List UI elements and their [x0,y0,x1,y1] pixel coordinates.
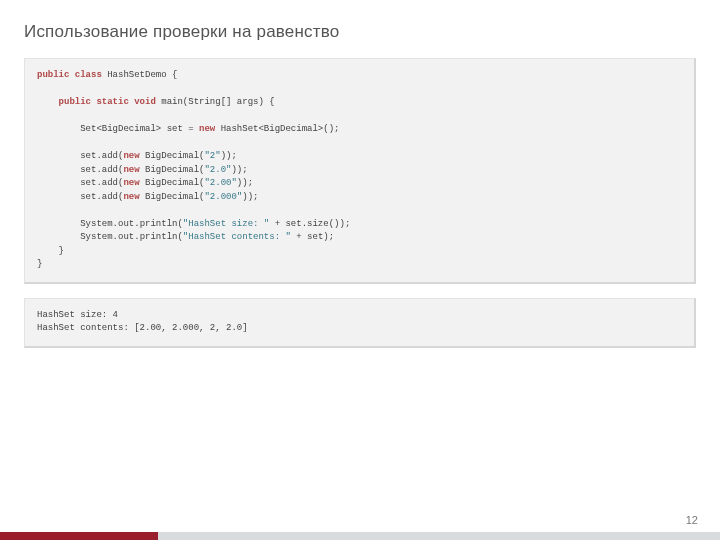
output-line: HashSet size: 4 [37,310,118,320]
code-kw: new [123,165,139,175]
code-kw: public static void [59,97,156,107]
code-string: "2" [204,151,220,161]
code-text: + set.size()); [269,219,350,229]
code-text: set.add( [80,192,123,202]
slide: Использование проверки на равенство publ… [0,0,720,540]
code-kw: new [123,178,139,188]
code-text: BigDecimal( [140,192,205,202]
code-text: set.add( [80,151,123,161]
code-text: } [37,246,64,256]
code-kw: new [123,151,139,161]
code-text: )); [242,192,258,202]
footer-accent [0,532,158,540]
code-text: )); [221,151,237,161]
code-indent [37,151,80,161]
code-text: System.out.println( [80,219,183,229]
code-text: BigDecimal( [140,165,205,175]
code-string: "2.0" [204,165,231,175]
code-text: main(String[] args) { [156,97,275,107]
code-text: BigDecimal( [140,178,205,188]
code-text: set.add( [80,178,123,188]
code-text: set.add( [80,165,123,175]
code-kw: public class [37,70,102,80]
code-text: HashSetDemo { [102,70,178,80]
code-indent [37,232,80,242]
code-text: BigDecimal( [140,151,205,161]
footer-fill [158,532,720,540]
code-indent [37,178,80,188]
code-text: Set<BigDecimal> set = [80,124,199,134]
code-text: } [37,259,42,269]
code-string: "2.00" [204,178,236,188]
slide-title: Использование проверки на равенство [24,22,696,42]
code-text: )); [231,165,247,175]
code-kw: new [123,192,139,202]
code-indent [37,192,80,202]
code-string: "2.000" [204,192,242,202]
code-text: System.out.println( [80,232,183,242]
code-text: HashSet<BigDecimal>(); [215,124,339,134]
page-number: 12 [686,514,698,526]
code-text: + set); [291,232,334,242]
code-block: public class HashSetDemo { public static… [24,58,696,284]
code-kw: new [199,124,215,134]
output-line: HashSet contents: [2.00, 2.000, 2, 2.0] [37,323,248,333]
code-string: "HashSet contents: " [183,232,291,242]
code-indent [37,97,59,107]
code-string: "HashSet size: " [183,219,269,229]
output-block: HashSet size: 4 HashSet contents: [2.00,… [24,298,696,348]
code-indent [37,124,80,134]
code-indent [37,219,80,229]
footer-bar [0,532,720,540]
code-indent [37,165,80,175]
code-text: )); [237,178,253,188]
